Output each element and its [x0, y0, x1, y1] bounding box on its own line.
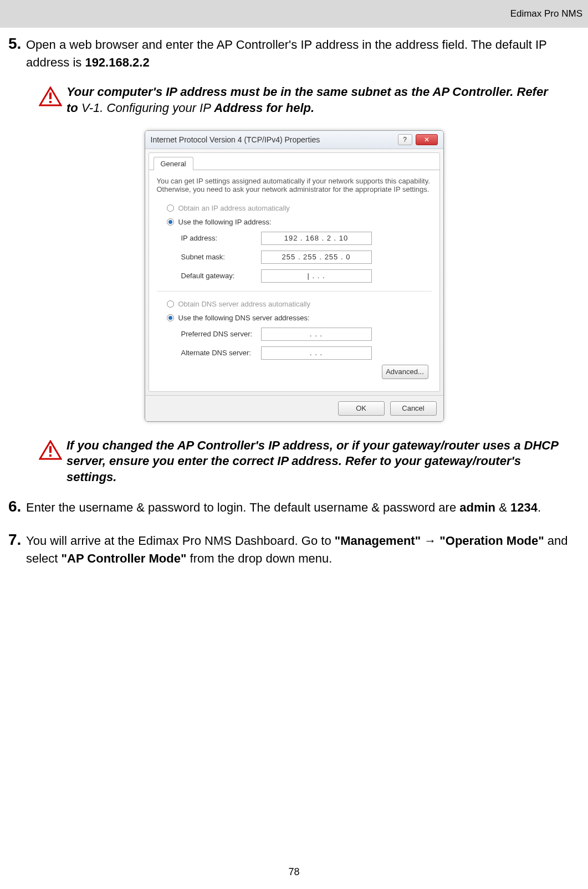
label-ip-address: IP address:	[167, 234, 261, 242]
note-1-text: Your computer's IP address must be in th…	[67, 84, 560, 116]
input-subnet-mask[interactable]: 255 . 255 . 255 . 0	[261, 251, 372, 264]
input-preferred-dns[interactable]: . . .	[261, 328, 372, 341]
warning-icon	[39, 86, 62, 106]
label-default-gateway: Default gateway:	[167, 272, 261, 280]
cancel-button[interactable]: Cancel	[390, 401, 437, 416]
step-6-admin: admin	[459, 500, 495, 514]
input-alternate-dns[interactable]: . . .	[261, 346, 372, 360]
radio-use-following-ip[interactable]: Use the following IP address:	[157, 215, 432, 229]
dialog-footer: OK Cancel	[145, 395, 443, 421]
ok-button[interactable]: OK	[338, 401, 385, 416]
warning-icon	[39, 440, 62, 460]
step-5-number: 5.	[8, 33, 26, 54]
radio-use-following-dns[interactable]: Use the following DNS server addresses:	[157, 311, 432, 325]
step-7-opmode: "Operation Mode"	[439, 534, 544, 548]
radio-obtain-ip-auto[interactable]: Obtain an IP address automatically	[157, 201, 432, 215]
radio-icon	[167, 300, 174, 308]
step-6: 6.Enter the username & password to login…	[8, 496, 580, 517]
input-default-gateway[interactable]: | . . .	[261, 269, 372, 283]
svg-rect-1	[49, 93, 52, 99]
svg-rect-4	[49, 446, 52, 453]
step-7: 7.You will arrive at the Edimax Pro NMS …	[8, 529, 580, 566]
step-5-ip: 192.168.2.2	[85, 55, 149, 69]
svg-rect-5	[49, 454, 52, 457]
note-1: Your computer's IP address must be in th…	[39, 84, 560, 116]
dialog-titlebar: Internet Protocol Version 4 (TCP/IPv4) P…	[145, 131, 443, 149]
radio-icon	[167, 205, 174, 212]
input-ip-address[interactable]: 192 . 168 . 2 . 10	[261, 232, 372, 245]
step-7-management: "Management"	[335, 534, 421, 548]
dialog-body: General You can get IP settings assigned…	[149, 152, 440, 392]
close-button[interactable]: ✕	[416, 134, 438, 145]
advanced-button[interactable]: Advanced...	[382, 365, 428, 379]
step-7-number: 7.	[8, 529, 26, 550]
doc-header: Edimax Pro NMS	[0, 0, 588, 28]
page-number: 78	[0, 866, 588, 878]
arrow-icon: →	[421, 534, 439, 548]
dialog-description: You can get IP settings assigned automat…	[157, 177, 432, 193]
note-2-text: If you changed the AP Controller's IP ad…	[67, 438, 560, 486]
radio-icon	[167, 314, 174, 321]
tab-general[interactable]: General	[154, 157, 193, 170]
step-6-number: 6.	[8, 496, 26, 517]
label-subnet-mask: Subnet mask:	[167, 253, 261, 261]
label-alternate-dns: Alternate DNS server:	[167, 349, 261, 357]
svg-rect-2	[49, 101, 52, 103]
radio-icon	[167, 218, 174, 226]
step-7-apcontroller: "AP Controller Mode"	[62, 551, 187, 565]
radio-obtain-dns-auto[interactable]: Obtain DNS server address automatically	[157, 297, 432, 311]
step-6-password: 1234	[510, 500, 538, 514]
dialog-title: Internet Protocol Version 4 (TCP/IPv4) P…	[151, 135, 320, 144]
label-preferred-dns: Preferred DNS server:	[167, 330, 261, 338]
note-2: If you changed the AP Controller's IP ad…	[39, 438, 560, 486]
step-5: 5.Open a web browser and enter the AP Co…	[8, 33, 580, 70]
ipv4-properties-dialog: Internet Protocol Version 4 (TCP/IPv4) P…	[145, 130, 444, 422]
step-7-text-a: You will arrive at the Edimax Pro NMS Da…	[26, 534, 335, 548]
help-button[interactable]: ?	[398, 134, 412, 145]
step-6-text: Enter the username & password to login. …	[26, 500, 459, 514]
